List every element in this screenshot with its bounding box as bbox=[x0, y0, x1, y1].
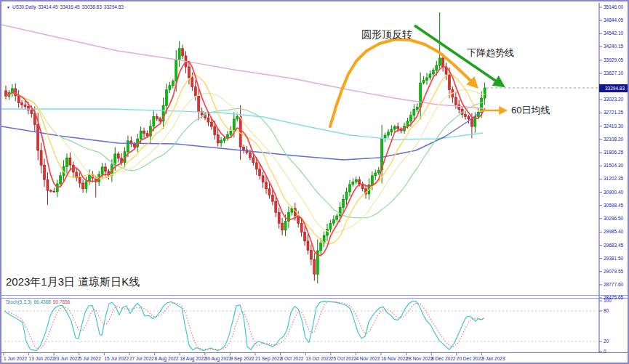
candle bbox=[210, 122, 212, 126]
candle bbox=[243, 147, 245, 150]
candle bbox=[352, 182, 354, 185]
candle bbox=[448, 74, 450, 90]
candle bbox=[127, 141, 129, 152]
annotation-60day-ma: 60日均线 bbox=[511, 104, 550, 117]
candle bbox=[413, 110, 415, 116]
chart-caption: 2023年1月3日 道琼斯日K线 bbox=[6, 275, 140, 289]
candle bbox=[310, 250, 312, 259]
stochastic-gridlines bbox=[4, 311, 598, 341]
candle bbox=[458, 105, 460, 110]
candle bbox=[15, 89, 17, 96]
candle bbox=[281, 223, 284, 230]
stochastic-name: Stoch(5,3,3) bbox=[6, 299, 31, 304]
candle bbox=[470, 119, 473, 126]
candle bbox=[465, 114, 467, 116]
candle bbox=[143, 131, 145, 134]
stochastic-d-value: 60.7856 bbox=[53, 299, 71, 304]
candle bbox=[393, 126, 396, 129]
annotation-round-top-reversal: 圆形顶反转 bbox=[361, 28, 412, 41]
candle bbox=[69, 158, 71, 165]
moving-averages-layer bbox=[1, 25, 485, 256]
candle bbox=[332, 219, 334, 223]
candle bbox=[82, 183, 84, 189]
candle bbox=[27, 106, 29, 110]
stochastic-lines bbox=[4, 302, 484, 351]
candle bbox=[377, 170, 380, 173]
candle bbox=[24, 105, 26, 106]
chart-window: ▼ US30,Daily 33414.45 33416.45 33038.83 … bbox=[0, 0, 629, 364]
candle bbox=[436, 65, 438, 70]
candle bbox=[409, 116, 412, 121]
candle bbox=[44, 165, 46, 179]
candle bbox=[49, 190, 52, 191]
candle bbox=[79, 178, 81, 183]
candle bbox=[21, 103, 23, 105]
candle bbox=[159, 119, 161, 121]
candle bbox=[429, 74, 431, 78]
candle bbox=[207, 118, 209, 122]
candle bbox=[271, 195, 273, 202]
price-chart-canvas[interactable] bbox=[1, 1, 629, 364]
candle bbox=[239, 116, 241, 147]
candle bbox=[230, 131, 232, 134]
candle bbox=[214, 126, 216, 134]
candle bbox=[442, 58, 444, 67]
candle bbox=[304, 232, 306, 240]
candle bbox=[217, 134, 219, 142]
candle bbox=[223, 138, 225, 140]
chart-dropdown-icon[interactable]: ▼ bbox=[7, 4, 10, 10]
candle bbox=[313, 259, 316, 274]
candle bbox=[300, 223, 303, 232]
stochastic-k-value: 66.4368 bbox=[33, 299, 51, 304]
candle bbox=[307, 241, 309, 251]
candle bbox=[198, 96, 200, 112]
quote-close: 33294.83 bbox=[104, 4, 124, 10]
candle bbox=[390, 129, 393, 132]
candle bbox=[17, 96, 20, 103]
candle bbox=[172, 81, 174, 86]
stochastic-header: Stoch(5,3,3) 66.4368 60.7856 bbox=[6, 299, 70, 304]
candle bbox=[101, 167, 103, 174]
candle bbox=[416, 108, 418, 110]
candle bbox=[420, 83, 422, 108]
candle bbox=[326, 230, 329, 235]
candle bbox=[374, 173, 377, 176]
candle bbox=[355, 179, 357, 182]
candle bbox=[166, 90, 168, 106]
candle bbox=[191, 78, 193, 87]
quote-low: 33038.83 bbox=[82, 4, 102, 10]
candle bbox=[371, 176, 373, 185]
candle bbox=[384, 135, 386, 138]
candle bbox=[387, 132, 389, 135]
candle bbox=[422, 81, 425, 84]
candle bbox=[262, 176, 264, 182]
candle bbox=[153, 116, 155, 126]
candle bbox=[432, 70, 434, 74]
quote-high: 33416.45 bbox=[60, 4, 80, 10]
candle bbox=[252, 158, 255, 163]
candle bbox=[220, 141, 223, 143]
stoch-k-line bbox=[4, 302, 484, 351]
candle bbox=[182, 49, 184, 56]
candle bbox=[336, 216, 338, 219]
candle bbox=[342, 199, 345, 207]
current-price-badge: 33294.83 bbox=[599, 84, 629, 92]
candle bbox=[175, 60, 177, 81]
candle bbox=[275, 201, 277, 212]
candle bbox=[268, 189, 271, 195]
candle bbox=[140, 131, 142, 139]
candle bbox=[484, 88, 486, 98]
candle bbox=[105, 167, 107, 171]
candle bbox=[65, 158, 68, 166]
candle bbox=[236, 116, 239, 119]
candle bbox=[320, 243, 322, 250]
candle bbox=[468, 117, 470, 119]
annotation-downtrend-line: 下降趋势线 bbox=[467, 46, 514, 60]
candle bbox=[53, 191, 55, 192]
candle bbox=[156, 116, 158, 118]
candle bbox=[255, 163, 257, 169]
candle bbox=[169, 86, 171, 90]
candle bbox=[438, 58, 441, 65]
candle bbox=[117, 154, 119, 158]
candle bbox=[345, 192, 348, 199]
